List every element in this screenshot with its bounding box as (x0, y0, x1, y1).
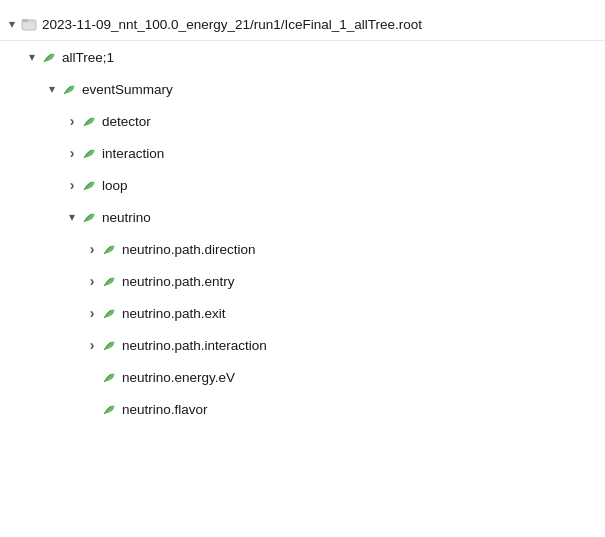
chevron-right-icon (84, 337, 100, 353)
item-label: neutrino.path.interaction (122, 338, 267, 353)
item-label: neutrino (102, 210, 151, 225)
branch-icon (80, 112, 98, 130)
chevron-down-icon (64, 209, 80, 225)
item-label: allTree;1 (62, 50, 114, 65)
chevron-right-icon (84, 305, 100, 321)
chevron-right-icon (64, 113, 80, 129)
file-icon (20, 15, 38, 33)
branch-icon (100, 272, 118, 290)
branch-icon (40, 48, 58, 66)
item-label: interaction (102, 146, 164, 161)
item-label: neutrino.path.direction (122, 242, 256, 257)
tree-item-neutrino-energy-ev[interactable]: neutrino.energy.eV (0, 361, 605, 393)
item-label: detector (102, 114, 151, 129)
chevron-right-icon (84, 241, 100, 257)
item-label: eventSummary (82, 82, 173, 97)
tree-item-eventSummary[interactable]: eventSummary (0, 73, 605, 105)
chevron-right-icon (64, 145, 80, 161)
branch-icon (80, 176, 98, 194)
tree-item-neutrino-path-interaction[interactable]: neutrino.path.interaction (0, 329, 605, 361)
chevron-right-icon (84, 273, 100, 289)
tree-item-detector[interactable]: detector (0, 105, 605, 137)
branch-icon (100, 336, 118, 354)
chevron-down-icon (44, 81, 60, 97)
branch-icon (100, 400, 118, 418)
chevron-down-icon (4, 16, 20, 32)
tree-item-root[interactable]: 2023-11-09_nnt_100.0_energy_21/run1/IceF… (0, 8, 605, 40)
tree-item-loop[interactable]: loop (0, 169, 605, 201)
item-label: neutrino.path.entry (122, 274, 235, 289)
tree-item-neutrino-flavor[interactable]: neutrino.flavor (0, 393, 605, 425)
tree-item-neutrino-path-direction[interactable]: neutrino.path.direction (0, 233, 605, 265)
item-label: neutrino.path.exit (122, 306, 226, 321)
tree-item-allTree[interactable]: allTree;1 (0, 41, 605, 73)
item-label: 2023-11-09_nnt_100.0_energy_21/run1/IceF… (42, 17, 422, 32)
branch-icon (80, 208, 98, 226)
branch-icon (80, 144, 98, 162)
branch-icon (100, 368, 118, 386)
chevron-down-icon (24, 49, 40, 65)
branch-icon (60, 80, 78, 98)
item-label: neutrino.flavor (122, 402, 208, 417)
item-label: neutrino.energy.eV (122, 370, 235, 385)
tree-item-neutrino-path-exit[interactable]: neutrino.path.exit (0, 297, 605, 329)
branch-icon (100, 240, 118, 258)
tree-item-neutrino-path-entry[interactable]: neutrino.path.entry (0, 265, 605, 297)
svg-rect-1 (22, 19, 28, 22)
tree-item-neutrino[interactable]: neutrino (0, 201, 605, 233)
file-tree: 2023-11-09_nnt_100.0_energy_21/run1/IceF… (0, 0, 605, 433)
item-label: loop (102, 178, 128, 193)
branch-icon (100, 304, 118, 322)
tree-item-interaction[interactable]: interaction (0, 137, 605, 169)
chevron-right-icon (64, 177, 80, 193)
